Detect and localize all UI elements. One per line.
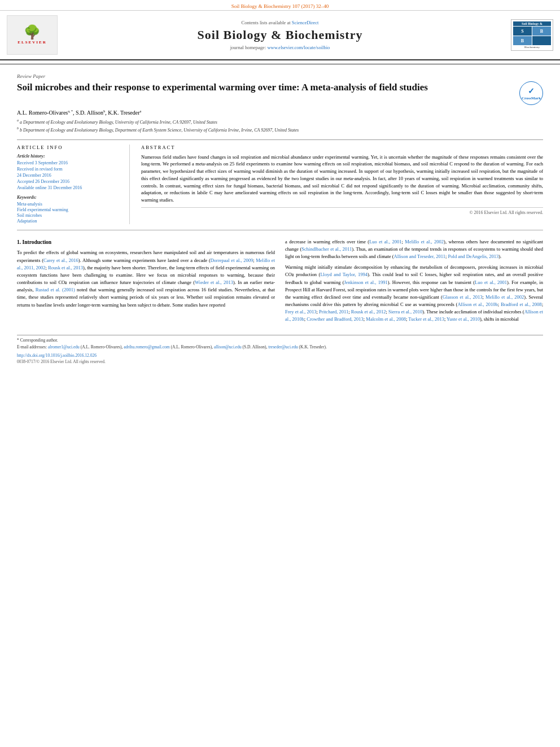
body-columns: 1. Introduction To predict the effects o…	[17, 238, 543, 327]
ref-dorrepaal[interactable]: Dorrepaal et al., 2009	[211, 257, 253, 263]
journal-citation: Soil Biology & Biochemistry 107 (2017) 3…	[0, 0, 560, 11]
ref-lloyd-taylor[interactable]: Lloyd and Taylor, 1994	[320, 272, 368, 277]
crossmark-text: CrossMark	[522, 96, 541, 101]
keywords-label: Keywords:	[17, 195, 123, 200]
banner-center: Contents lists available at ScienceDirec…	[58, 20, 502, 50]
body-col-left: 1. Introduction To predict the effects o…	[17, 238, 275, 327]
issn-text: 0038-0717/© 2016 Elsevier Ltd. All right…	[17, 359, 543, 364]
ref-melillo-2002b[interactable]: Melillo et al., 2002	[485, 294, 524, 300]
received-date: Received 3 September 2016	[17, 160, 123, 165]
contents-available: Contents lists available at ScienceDirec…	[58, 20, 502, 25]
article-title-row: Soil microbes and their response to expe…	[17, 81, 543, 105]
history-label: Article history:	[17, 154, 123, 159]
sb-journal-logo: Soil Biology & S B B Biochemistry	[511, 19, 553, 51]
email-addresses: E-mail addresses: alromer1@uci.edu (A.L.…	[17, 344, 543, 350]
ref-allison-treseder[interactable]: Allison and Treseder, 2011	[394, 254, 445, 259]
email-2[interactable]: adrihu.romero@gmail.com	[124, 344, 169, 350]
received-revised-date-show: 24 December 2016	[17, 173, 123, 178]
abstract-text: Numerous field studies have found change…	[141, 154, 543, 204]
ref-malcolm[interactable]: Malcolm et al., 2008	[366, 316, 406, 322]
ref-tucker[interactable]: Tucker et al., 2013	[408, 316, 444, 322]
received-revised-label: Received in revised form	[17, 167, 123, 172]
doi-link: http://dx.doi.org/10.1016/j.soilbio.2016…	[17, 353, 543, 358]
corresponding-author: * Corresponding author.	[17, 338, 543, 343]
abstract-header: ABSTRACT	[141, 145, 543, 150]
copyright-line: © 2016 Elsevier Ltd. All rights reserved…	[141, 207, 543, 215]
keyword-2: Field experimental warming	[17, 207, 123, 212]
ref-crowther[interactable]: Crowther and Bradford, 2013	[307, 316, 364, 322]
intro-paragraph-1: To predict the effects of global warming…	[17, 249, 275, 308]
journal-title: Soil Biology & Biochemistry	[58, 28, 502, 42]
keyword-3: Soil microbes	[17, 213, 123, 218]
ref-frey-2013[interactable]: Frey et al., 2013	[285, 309, 317, 314]
ref-jenkinson[interactable]: Jenkinson et al., 1991	[344, 279, 387, 285]
ref-rousk-2012[interactable]: Rousk et al., 2012	[351, 309, 386, 314]
others-text: others	[466, 239, 478, 244]
ref-pritchard[interactable]: Pritchard, 2011	[319, 309, 348, 314]
ref-bradford-2008[interactable]: Bradford et al., 2008	[501, 302, 542, 307]
abstract-col: ABSTRACT Numerous field studies have fou…	[141, 145, 543, 224]
elsevier-text: ELSEVIER	[18, 40, 46, 45]
footer-notes: * Corresponding author. E-mail addresses…	[17, 335, 543, 364]
ref-carey-2016[interactable]: Carey et al., 2016	[43, 257, 78, 263]
ref-luo-2001[interactable]: Luo et al., 2001	[369, 239, 401, 244]
ref-allison-2010b[interactable]: Allison et al., 2010b	[457, 302, 497, 307]
section-divider	[17, 230, 543, 230]
info-abstract-section: ARTICLE INFO Article history: Received 3…	[17, 139, 543, 224]
sciencedirect-link[interactable]: ScienceDirect	[292, 20, 319, 25]
ref-rousk[interactable]: Rousk et al., 2013	[48, 265, 83, 270]
email-1[interactable]: alromer1@uci.edu	[48, 344, 80, 350]
intro-paragraph-2-right: a decrease in warming effects over time …	[285, 238, 543, 261]
doi-anchor[interactable]: http://dx.doi.org/10.1016/j.soilbio.2016…	[17, 353, 97, 358]
journal-homepage: journal homepage: www.elsevier.com/locat…	[58, 45, 502, 50]
ref-glasson[interactable]: Glasson et al., 2013	[443, 294, 483, 300]
keyword-1: Meta-analysis	[17, 202, 123, 207]
citation-text: Soil Biology & Biochemistry 107 (2017) 3…	[231, 3, 329, 9]
ref-sierra[interactable]: Sierra et al., 2010	[388, 309, 422, 314]
ref-schindlbacher[interactable]: Schindlbacher et al., 2011	[301, 246, 352, 252]
ref-pold[interactable]: Pold and DeAngelis, 2013	[448, 254, 499, 259]
accepted-date: Accepted 26 December 2016	[17, 179, 123, 184]
authors-line: A.L. Romero-Olivaresa, *, S.D. Allisonb,…	[17, 110, 543, 116]
ref-melillo-2002[interactable]: Melillo et al., 2002	[405, 239, 444, 244]
these-text: These	[426, 309, 438, 314]
sb-logo-right: Soil Biology & S B B Biochemistry	[502, 19, 553, 51]
intro-section-header: 1. Introduction	[17, 238, 275, 247]
article-info-col: ARTICLE INFO Article history: Received 3…	[17, 145, 130, 224]
body-col-right: a decrease in warming effects over time …	[285, 238, 543, 327]
affiliations: a a Department of Ecology and Evolutiona…	[17, 118, 543, 133]
homepage-link[interactable]: www.elsevier.com/locate/soilbio	[267, 45, 330, 50]
paper-type-label: Review Paper	[17, 73, 543, 79]
article-info-header: ARTICLE INFO	[17, 145, 123, 150]
journal-banner: 🌳 ELSEVIER Contents lists available at S…	[0, 11, 560, 60]
ref-luo-2001-b[interactable]: Luo et al., 2001	[475, 279, 507, 285]
ref-rustad[interactable]: Rustad et al. (2001)	[36, 287, 75, 292]
email-4[interactable]: treseder@uci.edu	[268, 344, 298, 350]
crossmark-badge[interactable]: ✓ CrossMark	[519, 81, 543, 105]
ref-wieder[interactable]: Wieder et al., 2013	[195, 279, 233, 285]
intro-paragraph-3-right: Warming might initially stimulate decomp…	[285, 264, 543, 323]
available-date: Available online 31 December 2016	[17, 185, 123, 190]
keywords-section: Keywords: Meta-analysis Field experiment…	[17, 195, 123, 224]
crossmark-check-icon: ✓	[528, 86, 535, 96]
ref-yuste[interactable]: Yuste et al., 2010	[447, 316, 480, 322]
tree-icon: 🌳	[24, 25, 41, 39]
article-title: Soil microbes and their response to expe…	[17, 81, 428, 94]
main-content: Review Paper Soil microbes and their res…	[0, 68, 560, 370]
elsevier-logo-left: 🌳 ELSEVIER	[7, 15, 58, 55]
email-3[interactable]: allison@uci.edu	[214, 344, 242, 350]
keyword-4: Adaptation	[17, 219, 123, 224]
